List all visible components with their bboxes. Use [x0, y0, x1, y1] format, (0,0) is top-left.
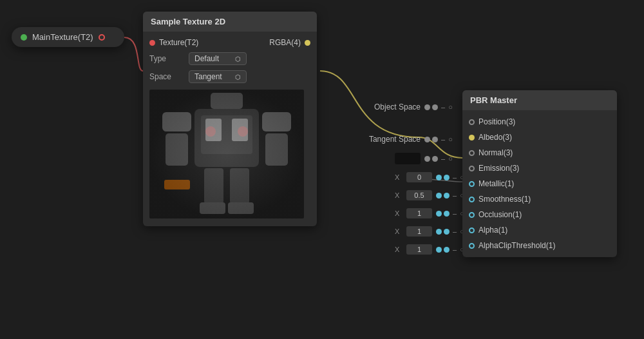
object-space-ports: – ○ — [424, 103, 453, 111]
smoothness-row: X 0.5 – ○ — [350, 188, 464, 203]
port-dot-4[interactable] — [432, 137, 438, 142]
port-dot-7[interactable] — [436, 175, 442, 180]
x-label-5: X — [395, 246, 402, 253]
alpha-clip-ports: – ○ — [436, 246, 464, 253]
port-sep4: – — [451, 173, 458, 181]
emission-port-row: Emission(3) — [462, 160, 617, 176]
emission-color-swatch[interactable] — [395, 153, 421, 164]
alpha-row: X 1 – ○ — [350, 224, 464, 239]
tangent-space-row: Tangent Space – ○ — [350, 132, 464, 146]
port-sep3: – — [440, 155, 446, 162]
occlusion-label: Occlusion(1) — [478, 210, 611, 219]
metallic-port-row: Metallic(1) — [462, 176, 617, 191]
x-label-3: X — [395, 209, 402, 217]
port-sep7: – — [451, 228, 458, 235]
metallic-label: Metallic(1) — [478, 179, 611, 188]
port-dot-15[interactable] — [436, 247, 442, 253]
type-dropdown[interactable]: Default ⬡ — [189, 52, 247, 65]
empty-port-circle2: ○ — [448, 135, 453, 143]
smoothness-port-row: Smoothness(1) — [462, 191, 617, 207]
middle-nodes-area: Object Space – ○ Tangent Space – ○ – ○ X… — [350, 100, 464, 257]
alpha-value[interactable]: 1 — [406, 226, 432, 237]
object-space-label: Object Space — [350, 102, 421, 111]
occlusion-row: X 1 – ○ — [350, 206, 464, 221]
tangent-space-label: Tangent Space — [350, 135, 421, 144]
metallic-input-port[interactable] — [469, 181, 475, 187]
texture-preview — [149, 90, 304, 218]
emission-ports: – ○ — [424, 155, 453, 162]
port-dot-9[interactable] — [436, 193, 442, 199]
position-label: Position(3) — [478, 117, 611, 126]
albedo-input-port[interactable] — [469, 135, 475, 140]
alpha-ports: – ○ — [436, 228, 464, 235]
metallic-row: X 0 – ○ — [350, 170, 464, 185]
node-title: Sample Texture 2D — [143, 12, 317, 32]
node-label: MainTexture(T2) — [32, 32, 93, 42]
smoothness-value[interactable]: 0.5 — [406, 190, 432, 200]
smoothness-input-port[interactable] — [469, 197, 475, 202]
metallic-value[interactable]: 0 — [406, 172, 432, 182]
position-input-port[interactable] — [469, 119, 475, 125]
main-texture-node[interactable]: MainTexture(T2) — [12, 27, 124, 47]
albedo-row: Albedo(3) — [462, 130, 617, 145]
alpha-port-row: Alpha(1) — [462, 222, 617, 238]
rgba-port-label: RGBA(4) — [269, 38, 301, 47]
tangent-space-ports: – ○ — [424, 135, 453, 143]
port-separator: – — [440, 103, 446, 111]
x-label-1: X — [395, 173, 402, 181]
emission-input-port[interactable] — [469, 166, 475, 171]
alpha-clip-input-port[interactable] — [469, 243, 475, 249]
normal-input-port[interactable] — [469, 150, 475, 156]
space-label: Space — [149, 72, 185, 81]
occlusion-port-row: Occlusion(1) — [462, 207, 617, 222]
output-port-green[interactable] — [21, 34, 27, 41]
type-label: Type — [149, 54, 185, 63]
alpha-clip-value[interactable]: 1 — [406, 244, 432, 255]
port-dot-3[interactable] — [424, 137, 430, 142]
occlusion-value[interactable]: 1 — [406, 208, 432, 218]
normal-row: Normal(3) — [462, 145, 617, 160]
port-dot-14[interactable] — [444, 229, 450, 235]
port-dot-12[interactable] — [444, 211, 450, 217]
port-dot-8[interactable] — [444, 175, 450, 180]
alpha-input-port[interactable] — [469, 228, 475, 233]
metallic-ports: – ○ — [436, 173, 464, 181]
output-port-red[interactable] — [99, 34, 105, 41]
emission-label: Emission(3) — [478, 164, 611, 173]
dropdown-chevron2: ⬡ — [235, 73, 241, 81]
rgba-output-port[interactable] — [305, 40, 310, 46]
port-dot-6[interactable] — [432, 156, 438, 162]
port-dot-5[interactable] — [424, 156, 430, 162]
occlusion-ports: – ○ — [436, 209, 464, 217]
x-label-2: X — [395, 191, 402, 199]
texture-port-label: Texture(T2) — [159, 38, 265, 47]
port-sep8: – — [451, 246, 458, 253]
port-dot-16[interactable] — [444, 247, 450, 253]
port-dot-11[interactable] — [436, 211, 442, 217]
smoothness-ports: – ○ — [436, 191, 464, 199]
dropdown-chevron: ⬡ — [235, 55, 241, 63]
empty-port-circle3: ○ — [448, 155, 453, 162]
space-row: Space Tangent ⬡ — [143, 68, 317, 86]
alpha-clip-label: AlphaClipThreshold(1) — [478, 241, 611, 250]
empty-port-circle: ○ — [448, 103, 453, 111]
port-dot-10[interactable] — [444, 193, 450, 199]
smoothness-label: Smoothness(1) — [478, 195, 611, 204]
port-dot-1[interactable] — [424, 104, 430, 110]
svg-rect-17 — [149, 90, 304, 218]
port-sep2: – — [440, 135, 446, 143]
object-space-row: Object Space – ○ — [350, 100, 464, 114]
occlusion-input-port[interactable] — [469, 212, 475, 218]
texture-port-row: Texture(T2) RGBA(4) — [143, 35, 317, 50]
texture-input-port[interactable] — [149, 40, 155, 46]
alpha-clip-port-row: AlphaClipThreshold(1) — [462, 238, 617, 253]
x-label-4: X — [395, 228, 402, 235]
port-sep6: – — [451, 209, 458, 217]
type-row: Type Default ⬡ — [143, 50, 317, 68]
pbr-master-body: Position(3) Albedo(3) Normal(3) Emission… — [462, 110, 617, 257]
port-dot-13[interactable] — [436, 229, 442, 235]
position-row: Position(3) — [462, 114, 617, 130]
port-dot-2[interactable] — [432, 104, 438, 110]
sample-texture-node: Sample Texture 2D Texture(T2) RGBA(4) Ty… — [143, 12, 317, 226]
space-dropdown[interactable]: Tangent ⬡ — [189, 70, 247, 83]
